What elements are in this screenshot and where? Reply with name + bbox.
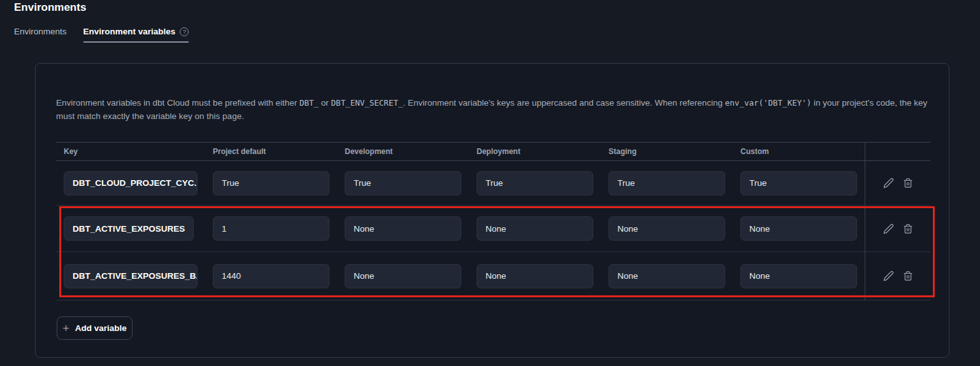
table-row-cell: None — [601, 206, 733, 252]
trash-icon — [903, 178, 913, 188]
col-header-deployment: Deployment — [469, 142, 601, 161]
page-title: Environments — [14, 1, 86, 14]
edit-variable-button[interactable] — [883, 271, 894, 281]
variable-value: 1440 — [213, 264, 329, 288]
variable-value: True — [609, 171, 725, 195]
col-header-development: Development — [337, 142, 469, 161]
code-dbt-env-secret-prefix: DBT_ENV_SECRET_ — [331, 98, 403, 108]
table-row-cell: None — [337, 252, 469, 300]
table-row-actions — [865, 206, 930, 252]
code-dbt-prefix: DBT_ — [299, 98, 319, 108]
variable-key: DBT_ACTIVE_EXPOSURES — [64, 216, 194, 241]
add-variable-button[interactable]: + Add variable — [57, 316, 133, 340]
table-row-actions — [865, 161, 930, 206]
pencil-icon — [883, 178, 894, 188]
variable-value: True — [213, 171, 329, 195]
plus-icon: + — [62, 323, 69, 334]
prefix-description: Environment variables in dbt Cloud must … — [56, 96, 930, 123]
variable-value: 1 — [213, 216, 329, 241]
variable-key: DBT_ACTIVE_EXPOSURES_B... — [64, 264, 198, 288]
trash-icon — [903, 223, 913, 234]
variable-value: True — [345, 171, 461, 195]
delete-variable-button[interactable] — [903, 178, 913, 188]
col-header-actions — [865, 142, 930, 161]
table-row-cell: None — [733, 252, 865, 300]
table-row-cell: True — [469, 161, 601, 206]
tab-bar: Environments Environment variables ? — [14, 27, 189, 43]
edit-variable-button[interactable] — [883, 178, 894, 188]
table-row-cell: True — [733, 161, 865, 206]
delete-variable-button[interactable] — [903, 223, 913, 234]
delete-variable-button[interactable] — [903, 271, 913, 281]
variable-value: None — [740, 216, 857, 241]
table-row-cell: None — [337, 206, 469, 252]
table-row-key-cell: DBT_ACTIVE_EXPOSURES — [56, 206, 205, 252]
tab-environments[interactable]: Environments — [14, 27, 67, 41]
variable-value: True — [477, 171, 593, 195]
pencil-icon — [883, 223, 894, 234]
table-row-cell: None — [733, 206, 865, 252]
trash-icon — [903, 271, 913, 281]
variable-value: None — [477, 216, 593, 241]
table-row-cell: 1440 — [205, 252, 337, 300]
variable-value: None — [609, 264, 725, 288]
col-header-custom: Custom — [733, 142, 865, 161]
add-variable-label: Add variable — [75, 323, 127, 333]
col-header-project-default: Project default — [205, 142, 337, 161]
table-row-key-cell: DBT_ACTIVE_EXPOSURES_B... — [56, 252, 205, 300]
edit-variable-button[interactable] — [883, 223, 894, 234]
variable-value: None — [477, 264, 593, 288]
variable-value: True — [740, 171, 857, 195]
code-env-var-example: env_var('DBT_KEY') — [725, 98, 811, 108]
help-icon[interactable]: ? — [180, 27, 189, 36]
env-variables-table: Key Project default Development Deployme… — [56, 142, 930, 300]
pencil-icon — [883, 271, 894, 281]
tab-environment-variables[interactable]: Environment variables ? — [83, 27, 189, 43]
table-row-cell: True — [337, 161, 469, 206]
table-row-cell: None — [601, 252, 733, 300]
table-row-key-cell: DBT_CLOUD_PROJECT_CYC... — [56, 161, 205, 206]
variable-value: None — [609, 216, 725, 241]
col-header-key: Key — [56, 142, 205, 161]
variable-value: None — [345, 216, 461, 241]
table-row-cell: True — [205, 161, 337, 206]
environment-variables-card: Environment variables in dbt Cloud must … — [35, 63, 949, 358]
tab-environment-variables-label: Environment variables — [83, 27, 176, 36]
table-row-actions — [865, 252, 930, 300]
variable-value: None — [345, 264, 461, 288]
col-header-staging: Staging — [601, 142, 733, 161]
table-row-cell: None — [469, 206, 601, 252]
variable-value: None — [740, 264, 857, 288]
variable-key: DBT_CLOUD_PROJECT_CYC... — [64, 171, 198, 195]
table-row-cell: None — [469, 252, 601, 300]
tab-environments-label: Environments — [14, 27, 67, 36]
table-row-cell: True — [601, 161, 733, 206]
table-row-cell: 1 — [205, 206, 337, 252]
